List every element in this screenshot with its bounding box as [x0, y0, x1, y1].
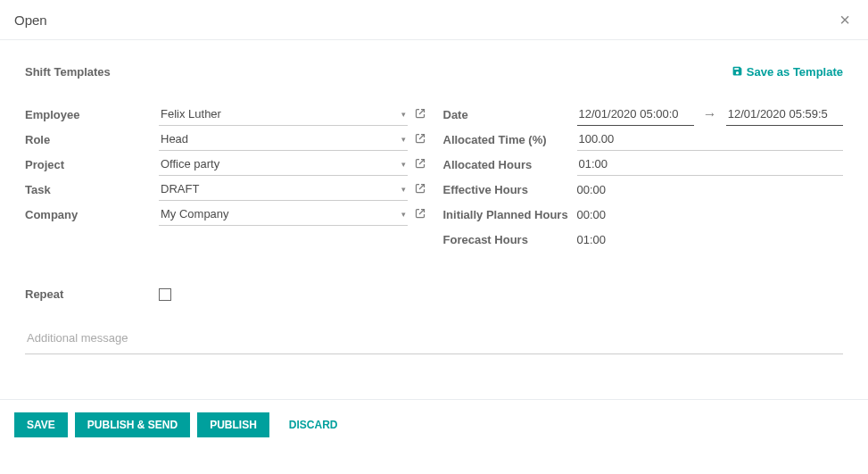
- alloc-hours-input[interactable]: [577, 155, 844, 172]
- company-input[interactable]: [159, 205, 408, 222]
- date-end-input[interactable]: [726, 105, 843, 122]
- alloc-time-row: Allocated Time (%): [443, 127, 844, 152]
- modal-header: Open ×: [0, 0, 868, 40]
- external-link-icon[interactable]: [415, 108, 426, 121]
- alloc-hours-field[interactable]: [577, 153, 844, 176]
- left-column: Employee ▾ Role: [25, 102, 426, 252]
- forecast-hours-label: Forecast Hours: [443, 233, 577, 246]
- modal-body: Shift Templates Save as Template Employe…: [0, 40, 868, 363]
- project-label: Project: [25, 158, 159, 171]
- modal-open-shift: Open × Shift Templates Save as Template …: [0, 0, 868, 453]
- task-label: Task: [25, 183, 159, 196]
- planned-hours-row: Initially Planned Hours 00:00: [443, 202, 844, 227]
- save-button[interactable]: Save: [14, 412, 68, 437]
- planned-hours-label: Initially Planned Hours: [443, 208, 577, 221]
- save-as-template-label: Save as Template: [747, 65, 843, 79]
- date-start-field[interactable]: [577, 103, 694, 126]
- alloc-hours-label: Allocated Hours: [443, 158, 577, 171]
- publish-button[interactable]: Publish: [197, 412, 269, 437]
- forecast-hours-value: 01:00: [577, 233, 607, 246]
- role-row: Role ▾: [25, 127, 426, 152]
- employee-input[interactable]: [159, 105, 408, 122]
- employee-label: Employee: [25, 108, 159, 121]
- external-link-icon[interactable]: [415, 208, 426, 220]
- effective-hours-value: 00:00: [577, 183, 607, 196]
- repeat-label: Repeat: [25, 287, 159, 301]
- alloc-time-field[interactable]: [577, 128, 844, 151]
- task-row: Task ▾: [25, 177, 426, 202]
- planned-hours-value: 00:00: [577, 208, 607, 221]
- project-select[interactable]: ▾: [159, 153, 408, 176]
- arrow-right-icon: →: [703, 107, 717, 121]
- modal-title: Open: [14, 12, 47, 28]
- alloc-hours-row: Allocated Hours: [443, 152, 844, 177]
- effective-hours-row: Effective Hours 00:00: [443, 177, 844, 202]
- project-input[interactable]: [159, 155, 408, 172]
- employee-row: Employee ▾: [25, 102, 426, 127]
- effective-hours-label: Effective Hours: [443, 183, 577, 196]
- modal-footer: Save Publish & Send Publish Discard: [0, 399, 868, 453]
- save-as-template-button[interactable]: Save as Template: [732, 65, 843, 79]
- publish-send-button[interactable]: Publish & Send: [75, 412, 190, 437]
- form-columns: Employee ▾ Role: [25, 102, 843, 252]
- company-row: Company ▾: [25, 202, 426, 227]
- additional-message-input[interactable]: [25, 326, 843, 353]
- alloc-time-label: Allocated Time (%): [443, 133, 577, 146]
- task-input[interactable]: [159, 180, 408, 197]
- company-select[interactable]: ▾: [159, 203, 408, 226]
- project-row: Project ▾: [25, 152, 426, 177]
- date-label: Date: [443, 108, 577, 121]
- discard-button[interactable]: Discard: [277, 412, 351, 437]
- shift-templates-label: Shift Templates: [25, 65, 111, 79]
- close-icon[interactable]: ×: [836, 11, 854, 29]
- role-input[interactable]: [159, 130, 408, 147]
- top-row: Shift Templates Save as Template: [25, 65, 843, 79]
- repeat-row: Repeat: [25, 287, 843, 301]
- date-start-input[interactable]: [577, 105, 694, 122]
- employee-select[interactable]: ▾: [159, 103, 408, 126]
- right-column: Date → Allocated Time (%): [443, 102, 844, 252]
- external-link-icon[interactable]: [415, 158, 426, 170]
- external-link-icon[interactable]: [415, 133, 426, 146]
- additional-message-field[interactable]: [25, 326, 843, 354]
- repeat-checkbox[interactable]: [159, 288, 171, 301]
- alloc-time-input[interactable]: [577, 130, 844, 147]
- floppy-icon: [732, 65, 743, 79]
- company-label: Company: [25, 208, 159, 221]
- forecast-hours-row: Forecast Hours 01:00: [443, 227, 844, 252]
- date-row: Date →: [443, 102, 844, 127]
- task-select[interactable]: ▾: [159, 178, 408, 201]
- role-label: Role: [25, 133, 159, 146]
- external-link-icon[interactable]: [415, 183, 426, 195]
- role-select[interactable]: ▾: [159, 128, 408, 151]
- date-end-field[interactable]: [726, 103, 843, 126]
